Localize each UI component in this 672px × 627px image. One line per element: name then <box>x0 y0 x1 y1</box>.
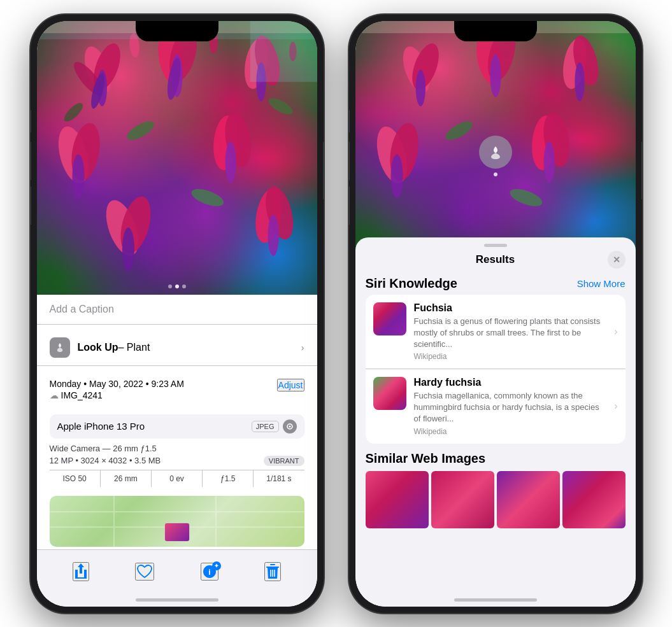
results-handle[interactable] <box>484 244 507 247</box>
similar-images-grid <box>366 471 626 528</box>
right-flower-photo <box>355 21 636 257</box>
map-thumbnail[interactable] <box>50 496 304 547</box>
right-phone: Results ✕ Siri Knowledge Show More <box>349 15 642 613</box>
camera-settings-icon[interactable] <box>283 419 297 433</box>
lens-info: Wide Camera — 26 mm ƒ1.5 <box>50 442 304 454</box>
svg-point-26 <box>268 215 278 256</box>
svg-point-58 <box>508 185 545 209</box>
hardy-thumbnail <box>373 377 406 410</box>
exif-shutter: 1/181 s <box>254 470 304 487</box>
camera-info: Apple iPhone 13 Pro JPEG <box>37 408 317 491</box>
power-button-r[interactable] <box>641 142 642 199</box>
hardy-source: Wikipedia <box>414 427 604 436</box>
similar-image-2[interactable] <box>431 471 494 528</box>
hardy-desc: Fuchsia magellanica, commonly known as t… <box>414 390 604 425</box>
exif-aperture: ƒ1.5 <box>203 470 254 487</box>
exif-ev: 0 ev <box>152 470 203 487</box>
hardy-chevron-icon: › <box>614 400 617 412</box>
similar-image-1[interactable] <box>366 471 429 528</box>
show-more-button[interactable]: Show More <box>577 278 626 289</box>
svg-rect-37 <box>266 567 279 568</box>
mute-button[interactable] <box>31 110 31 132</box>
results-title: Results <box>476 253 515 266</box>
svg-point-35 <box>289 425 290 427</box>
mute-button-r[interactable] <box>349 110 350 132</box>
photo-dots <box>168 285 186 288</box>
similar-images-title: Similar Web Images <box>366 451 486 465</box>
svg-point-56 <box>543 141 554 183</box>
svg-point-47 <box>490 54 501 97</box>
results-scroll[interactable]: Siri Knowledge Show More Fuchsia Fuchsia… <box>355 271 636 607</box>
fuchsia-content: Fuchsia Fuchsia is a genus of flowering … <box>414 302 604 362</box>
svg-rect-38 <box>270 564 275 565</box>
svg-point-23 <box>122 227 134 271</box>
similar-images-header: Similar Web Images <box>366 451 626 466</box>
svg-point-17 <box>72 154 84 198</box>
svg-point-28 <box>189 185 226 209</box>
home-indicator-right <box>454 598 537 602</box>
notch <box>136 21 218 41</box>
right-phone-screen: Results ✕ Siri Knowledge Show More <box>355 21 636 607</box>
photo-dot <box>182 285 186 288</box>
results-panel: Results ✕ Siri Knowledge Show More <box>355 237 636 607</box>
knowledge-item-fuchsia[interactable]: Fuchsia Fuchsia is a genus of flowering … <box>366 295 626 369</box>
camera-model: Apple iPhone 13 Pro <box>57 421 145 432</box>
lookup-dot <box>494 173 497 176</box>
filename: IMG_4241 <box>61 390 103 400</box>
visual-lookup-icon <box>50 337 70 358</box>
volume-up-button-r[interactable] <box>349 142 350 180</box>
results-header: Results ✕ <box>355 251 636 271</box>
caption-area[interactable]: Add a Caption <box>37 295 317 325</box>
camera-model-row: Apple iPhone 13 Pro JPEG <box>50 414 304 439</box>
fuchsia-chevron-icon: › <box>614 326 617 337</box>
date-text: Monday • May 30, 2022 • 9:23 AM <box>50 379 277 389</box>
fuchsia-desc: Fuchsia is a genus of flowering plants t… <box>414 316 604 351</box>
volume-down-button[interactable] <box>31 187 31 225</box>
info-button[interactable]: i ✦ <box>201 563 218 581</box>
camera-details: Wide Camera — 26 mm ƒ1.5 12 MP • 3024 × … <box>50 442 304 491</box>
similar-image-4[interactable] <box>562 471 626 528</box>
filter-badge: VIBRANT <box>264 456 304 466</box>
knowledge-item-hardy[interactable]: Hardy fuchsia Fuchsia magellanica, commo… <box>366 369 626 444</box>
format-badge: JPEG <box>252 421 279 432</box>
lookup-chevron-icon: › <box>301 342 304 353</box>
megapixels-info: 12 MP • 3024 × 4032 • 3.5 MB VIBRANT <box>50 454 304 467</box>
share-button[interactable] <box>73 562 89 581</box>
svg-point-29 <box>61 100 85 124</box>
svg-point-57 <box>443 117 475 143</box>
visual-lookup-floating[interactable] <box>479 136 512 169</box>
exif-row: ISO 50 26 mm 0 ev ƒ1.5 1/181 s <box>50 470 304 487</box>
svg-point-30 <box>266 94 295 117</box>
adjust-button[interactable]: Adjust <box>277 379 304 391</box>
power-button[interactable] <box>323 142 324 199</box>
siri-knowledge-title: Siri Knowledge <box>366 276 457 291</box>
fuchsia-thumbnail <box>373 302 406 335</box>
svg-point-44 <box>415 69 425 106</box>
close-button[interactable]: ✕ <box>608 251 626 269</box>
siri-knowledge-section-header: Siri Knowledge Show More <box>366 276 626 291</box>
similar-image-3[interactable] <box>497 471 560 528</box>
fuchsia-name: Fuchsia <box>414 302 604 314</box>
flower-photo[interactable] <box>37 21 317 295</box>
camera-badges: JPEG <box>252 419 297 433</box>
favorite-button[interactable] <box>135 563 154 581</box>
svg-point-27 <box>124 117 157 143</box>
hardy-name: Hardy fuchsia <box>414 377 604 388</box>
left-phone: Add a Caption Look Up– Plant › <box>31 15 324 613</box>
exif-iso: ISO 50 <box>50 470 101 487</box>
caption-placeholder: Add a Caption <box>50 304 114 314</box>
map-photo-thumbnail <box>164 523 190 542</box>
home-indicator <box>136 598 218 602</box>
date-row: Monday • May 30, 2022 • 9:23 AM ☁ IMG_42… <box>37 371 317 403</box>
hardy-content: Hardy fuchsia Fuchsia magellanica, commo… <box>414 377 604 436</box>
cloud-icon: ☁ <box>50 390 59 400</box>
filename-row: ☁ IMG_4241 <box>50 390 277 400</box>
svg-point-50 <box>575 62 584 101</box>
volume-up-button[interactable] <box>31 142 31 180</box>
fuchsia-source: Wikipedia <box>414 352 604 361</box>
volume-down-button-r[interactable] <box>349 187 350 225</box>
lookup-row[interactable]: Look Up– Plant › <box>37 330 317 366</box>
delete-button[interactable] <box>264 562 281 581</box>
knowledge-card: Fuchsia Fuchsia is a genus of flowering … <box>366 295 626 444</box>
info-badge: ✦ <box>212 561 221 570</box>
